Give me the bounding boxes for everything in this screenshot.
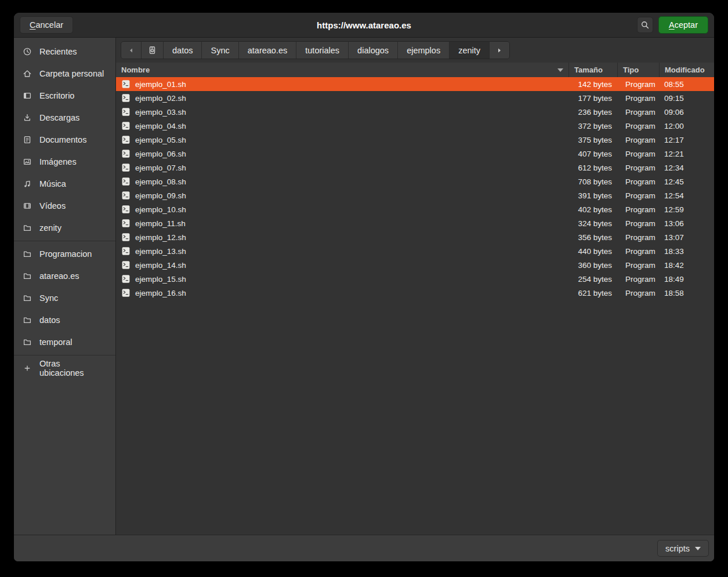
file-name-cell: ejemplo_02.sh [116, 93, 568, 103]
sidebar-item-carpeta-personal[interactable]: Carpeta personal [14, 63, 115, 85]
accept-mnemonic: A [669, 20, 675, 30]
image-icon [23, 157, 32, 166]
file-size: 254 bytes [568, 275, 617, 284]
file-name: ejemplo_08.sh [135, 177, 186, 186]
file-modified: 12:59 [659, 205, 714, 214]
file-type: Program [617, 94, 659, 103]
path-root-drive-button[interactable] [142, 42, 164, 59]
column-header-size[interactable]: Tamaño [568, 63, 617, 77]
table-row[interactable]: ejemplo_07.sh 612 bytes Program 12:34 [116, 161, 714, 175]
file-name-cell: ejemplo_01.sh [116, 79, 568, 89]
file-name: ejemplo_13.sh [135, 247, 186, 256]
breadcrumb-zenity[interactable]: zenity [450, 42, 490, 59]
sidebar-item-zenity[interactable]: zenity [14, 217, 115, 239]
column-header-modified[interactable]: Modificado [659, 63, 714, 77]
file-size: 391 bytes [568, 191, 617, 200]
sidebar-item-label: atareao.es [39, 271, 79, 281]
file-filter-dropdown[interactable]: scripts [657, 540, 709, 557]
file-size: 621 bytes [568, 289, 617, 297]
table-row[interactable]: ejemplo_12.sh 356 bytes Program 13:07 [116, 230, 714, 244]
file-size: 372 bytes [568, 122, 617, 130]
file-type: Program [617, 233, 659, 242]
breadcrumb-dialogos[interactable]: dialogos [349, 42, 398, 59]
file-type: Program [617, 261, 659, 270]
breadcrumb-atareao-es[interactable]: atareao.es [239, 42, 297, 59]
accept-button[interactable]: Aceptar [658, 16, 708, 34]
folder-icon [23, 271, 32, 281]
search-button[interactable] [637, 17, 653, 33]
table-row[interactable]: ejemplo_11.sh 324 bytes Program 13:06 [116, 216, 714, 230]
path-scroll-right-button[interactable] [490, 42, 509, 59]
sidebar-item-datos[interactable]: datos [14, 309, 115, 331]
breadcrumb-tutoriales[interactable]: tutoriales [296, 42, 349, 59]
table-row[interactable]: ejemplo_08.sh 708 bytes Program 12:45 [116, 175, 714, 188]
script-file-icon [121, 135, 131, 144]
breadcrumb-datos[interactable]: datos [164, 42, 202, 59]
breadcrumb-ejemplos[interactable]: ejemplos [398, 42, 450, 59]
column-header-type[interactable]: Tipo [617, 63, 659, 77]
sidebar-item-recientes[interactable]: Recientes [14, 41, 115, 63]
caret-down-icon [695, 547, 701, 550]
sort-descending-icon [557, 68, 563, 72]
script-file-icon [121, 163, 131, 172]
sidebar-item-videos[interactable]: Vídeos [14, 195, 115, 217]
sidebar-item-atareao-es[interactable]: atareao.es [14, 265, 115, 287]
sidebar-item-escritorio[interactable]: Escritorio [14, 85, 115, 107]
table-row[interactable]: ejemplo_13.sh 440 bytes Program 18:33 [116, 244, 714, 258]
file-filter-label: scripts [665, 544, 690, 553]
sidebar-item-imagenes[interactable]: Imágenes [14, 151, 115, 173]
path-scroll-left-button[interactable] [121, 42, 142, 59]
magnifier-icon [640, 20, 650, 30]
breadcrumb-sync[interactable]: Sync [202, 42, 238, 59]
column-header-name[interactable]: Nombre [116, 63, 568, 77]
sidebar-item-label: Imágenes [39, 157, 77, 166]
folder-icon [23, 293, 32, 303]
file-size: 440 bytes [568, 247, 617, 256]
header-actions: Aceptar [637, 16, 708, 34]
file-list: ejemplo_01.sh 142 bytes Program 08:55 ej… [116, 77, 714, 535]
sidebar-item-otras-ubicaciones[interactable]: Otras ubicaciones [14, 357, 115, 379]
file-name-cell: ejemplo_16.sh [116, 288, 568, 297]
sidebar-item-sync[interactable]: Sync [14, 287, 115, 309]
file-type: Program [617, 205, 659, 214]
sidebar-item-descargas[interactable]: Descargas [14, 107, 115, 129]
folder-icon [23, 249, 32, 259]
sidebar-item-temporal[interactable]: temporal [14, 331, 115, 353]
file-name-cell: ejemplo_04.sh [116, 121, 568, 130]
sidebar-item-label: zenity [39, 223, 61, 233]
file-size: 360 bytes [568, 261, 617, 270]
script-file-icon [121, 121, 131, 130]
file-name: ejemplo_04.sh [135, 122, 186, 130]
table-row[interactable]: ejemplo_14.sh 360 bytes Program 18:42 [116, 258, 714, 272]
file-modified: 12:34 [659, 164, 714, 172]
table-row[interactable]: ejemplo_05.sh 375 bytes Program 12:17 [116, 133, 714, 147]
file-name-cell: ejemplo_12.sh [116, 233, 568, 242]
file-type: Program [617, 80, 659, 89]
sidebar-item-documentos[interactable]: Documentos [14, 129, 115, 151]
file-name: ejemplo_12.sh [135, 233, 186, 242]
table-row[interactable]: ejemplo_06.sh 407 bytes Program 12:21 [116, 147, 714, 161]
table-row[interactable]: ejemplo_04.sh 372 bytes Program 12:00 [116, 119, 714, 133]
table-row[interactable]: ejemplo_02.sh 177 bytes Program 09:15 [116, 91, 714, 105]
file-name-cell: ejemplo_09.sh [116, 191, 568, 200]
accept-label-rest: ceptar [675, 20, 698, 30]
drive-icon [147, 45, 157, 55]
sidebar-item-label: temporal [39, 338, 72, 347]
table-row[interactable]: ejemplo_15.sh 254 bytes Program 18:49 [116, 272, 714, 286]
file-modified: 08:55 [659, 80, 714, 89]
sidebar-item-musica[interactable]: Música [14, 173, 115, 195]
file-size: 236 bytes [568, 108, 617, 117]
sidebar-item-programacion[interactable]: Programacion [14, 243, 115, 265]
folder-icon [23, 315, 32, 325]
sidebar-item-label: Documentos [39, 135, 86, 144]
script-file-icon [121, 107, 131, 117]
table-row[interactable]: ejemplo_16.sh 621 bytes Program 18:58 [116, 286, 714, 300]
sidebar-item-label: Vídeos [39, 201, 66, 211]
table-row[interactable]: ejemplo_10.sh 402 bytes Program 12:59 [116, 202, 714, 216]
table-row[interactable]: ejemplo_01.sh 142 bytes Program 08:55 [116, 77, 714, 91]
table-row[interactable]: ejemplo_03.sh 236 bytes Program 09:06 [116, 105, 714, 119]
cancel-button[interactable]: Cancelar [20, 16, 73, 34]
file-name-cell: ejemplo_08.sh [116, 177, 568, 186]
table-row[interactable]: ejemplo_09.sh 391 bytes Program 12:54 [116, 188, 714, 202]
file-name-cell: ejemplo_07.sh [116, 163, 568, 172]
